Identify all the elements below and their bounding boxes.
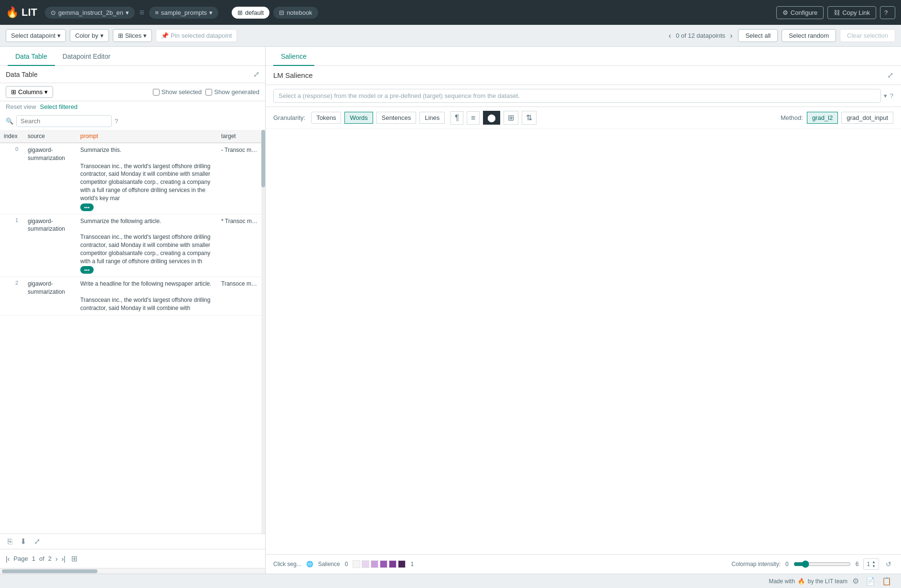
footer-doc-btn[interactable]: 📄 — [864, 576, 877, 587]
legend-box-5 — [389, 560, 397, 568]
download-table-btn[interactable]: ⬇ — [18, 536, 28, 547]
layout-default-btn[interactable]: ⊞ default — [232, 7, 269, 19]
legend-box-6 — [398, 560, 406, 568]
method-grad-dot-input-btn[interactable]: grad_dot_input — [841, 112, 893, 124]
colormap-reset-btn[interactable]: ↺ — [884, 559, 893, 569]
cell-prompt-0: Summarize this. Transocean inc., the wor… — [76, 143, 217, 214]
resize-table-btn[interactable]: ⤢ — [32, 536, 42, 547]
link-icon: ⛓ — [834, 9, 840, 16]
model-chevron-icon: ▾ — [126, 9, 129, 16]
color-by-btn[interactable]: Color by ▾ — [70, 29, 108, 42]
right-panel-tabs: Salience — [266, 47, 901, 66]
footer-flame-icon: 🔥 — [798, 578, 805, 585]
columns-label: Columns — [18, 88, 43, 96]
slices-chevron: ▾ — [143, 32, 147, 39]
tab-salience[interactable]: Salience — [273, 47, 314, 66]
select-all-label: Select all — [745, 32, 771, 39]
gran-words-btn[interactable]: Words — [344, 112, 373, 124]
data-table-panel: Data Table ⤢ ⊞ Columns ▾ Show selected S… — [0, 66, 265, 574]
layout-notebook-label: notebook — [287, 9, 312, 16]
expand-prompt-0-btn[interactable]: ••• — [80, 203, 94, 211]
table-row[interactable]: 1 gigaword-summarization Summarize the f… — [0, 214, 265, 277]
dataset-icon: ≡ — [155, 9, 159, 16]
columns-btn[interactable]: ⊞ Columns ▾ — [6, 86, 53, 98]
layout-notebook-btn[interactable]: ⊟ notebook — [273, 7, 318, 19]
nav-separator-1: ≡ — [139, 8, 145, 18]
colormap-up-icon[interactable]: ▲ — [872, 560, 876, 564]
gran-tokens-btn[interactable]: Tokens — [311, 112, 341, 124]
table-horizontal-thumb — [2, 569, 97, 573]
show-selected-checkbox[interactable] — [153, 89, 160, 96]
table-horizontal-scrollbar[interactable] — [0, 568, 265, 574]
next-datapoint-btn[interactable]: › — [728, 31, 734, 41]
select-random-btn[interactable]: Select random — [782, 29, 836, 42]
gran-grid-icon-btn[interactable]: ⊞ — [504, 111, 518, 125]
footer-clipboard-btn[interactable]: 📋 — [880, 576, 893, 587]
gran-adjust-icon-btn[interactable]: ⇅ — [522, 111, 536, 125]
expand-prompt-1-btn[interactable]: ••• — [80, 266, 94, 274]
dataset-selector[interactable]: ≡ sample_prompts ▾ — [149, 7, 218, 19]
cell-source-0: gigaword-summarization — [24, 143, 76, 214]
col-header-index: index — [0, 130, 24, 143]
method-grad-l2-btn[interactable]: grad_l2 — [807, 112, 838, 124]
gran-list-icon-btn[interactable]: ≡ — [467, 111, 480, 125]
color-by-chevron: ▾ — [100, 32, 104, 39]
datapoint-nav: ‹ 0 of 12 datapoints › — [666, 31, 734, 41]
pin-btn[interactable]: 📌 Pin selected datapoint — [156, 29, 237, 42]
select-filtered-btn[interactable]: Select filtered — [40, 103, 78, 110]
salience-select[interactable]: Select a (response) from the model or a … — [273, 89, 881, 103]
footer-settings-btn[interactable]: ⚙ — [850, 576, 861, 587]
prev-datapoint-btn[interactable]: ‹ — [666, 31, 673, 41]
configure-btn[interactable]: ⚙ Configure — [776, 6, 824, 19]
copy-link-btn[interactable]: ⛓ Copy Link — [827, 6, 876, 19]
show-generated-checkbox[interactable] — [205, 89, 212, 96]
tab-data-table[interactable]: Data Table — [8, 47, 55, 66]
table-scrollbar[interactable] — [261, 130, 265, 534]
search-input[interactable] — [16, 115, 112, 127]
help-btn[interactable]: ? — [880, 6, 895, 19]
colormap-slider[interactable] — [794, 560, 851, 568]
show-selected-label[interactable]: Show selected — [153, 88, 202, 96]
cell-prompt-2: Write a headline for the following newsp… — [76, 277, 217, 315]
salience-footer: Click seg... 🌐 Salience 0 1 Colormap int… — [266, 554, 901, 574]
configure-icon: ⚙ — [783, 9, 788, 16]
search-help-icon[interactable]: ? — [115, 118, 118, 125]
legend-box-1 — [353, 560, 360, 568]
colormap-stepper[interactable]: ▲ ▼ — [872, 560, 876, 568]
tab-datapoint-editor[interactable]: Datapoint Editor — [55, 47, 118, 66]
colormap-down-icon[interactable]: ▼ — [872, 564, 876, 568]
total-pages: 2 — [48, 555, 52, 562]
gran-para-icon-btn[interactable]: ¶ — [450, 111, 463, 125]
gran-circle-icon-btn[interactable]: ⬤ — [483, 111, 500, 125]
select-all-btn[interactable]: Select all — [738, 29, 778, 42]
last-page-btn[interactable]: ›| — [62, 555, 65, 563]
first-page-btn[interactable]: |‹ — [6, 555, 10, 563]
col-header-source: source — [24, 130, 76, 143]
table-row[interactable]: 0 gigaword-summarization Summarize this.… — [0, 143, 265, 214]
show-generated-label[interactable]: Show generated — [205, 88, 259, 96]
next-page-btn[interactable]: › — [55, 555, 58, 563]
dataset-name: sample_prompts — [161, 9, 207, 16]
reset-view-btn[interactable]: Reset view — [6, 103, 36, 110]
table-row[interactable]: 2 gigaword-summarization Write a headlin… — [0, 277, 265, 315]
salience-select-row: Select a (response) from the model or a … — [266, 85, 901, 107]
color-by-label: Color by — [75, 32, 98, 39]
slices-btn[interactable]: ⊞ Slices ▾ — [113, 29, 152, 42]
salience-help-icon[interactable]: ? — [890, 92, 893, 99]
gran-sentences-btn[interactable]: Sentences — [376, 112, 416, 124]
table-settings-btn[interactable]: ⊞ — [69, 553, 79, 564]
gran-lines-btn[interactable]: Lines — [419, 112, 445, 124]
select-datapoint-btn[interactable]: Select datapoint ▾ — [6, 29, 66, 42]
data-table: index source prompt target 0 gigaword-su… — [0, 130, 265, 316]
clear-selection-btn[interactable]: Clear selection — [840, 29, 895, 42]
salience-expand-btn[interactable]: ⤢ — [887, 71, 893, 80]
data-table-wrap[interactable]: index source prompt target 0 gigaword-su… — [0, 130, 265, 534]
expand-table-btn[interactable]: ⤢ — [253, 70, 259, 79]
layout-notebook-icon: ⊟ — [279, 9, 284, 16]
copy-table-btn[interactable]: ⎘ — [6, 536, 14, 547]
search-row: 🔍 ? — [0, 113, 265, 130]
model-selector[interactable]: ⊙ gemma_instruct_2b_en ▾ — [45, 7, 135, 19]
configure-label: Configure — [791, 9, 817, 16]
select-datapoint-chevron: ▾ — [57, 32, 61, 39]
cell-target-1: * Transoc merge to company * The con a f… — [217, 214, 265, 277]
